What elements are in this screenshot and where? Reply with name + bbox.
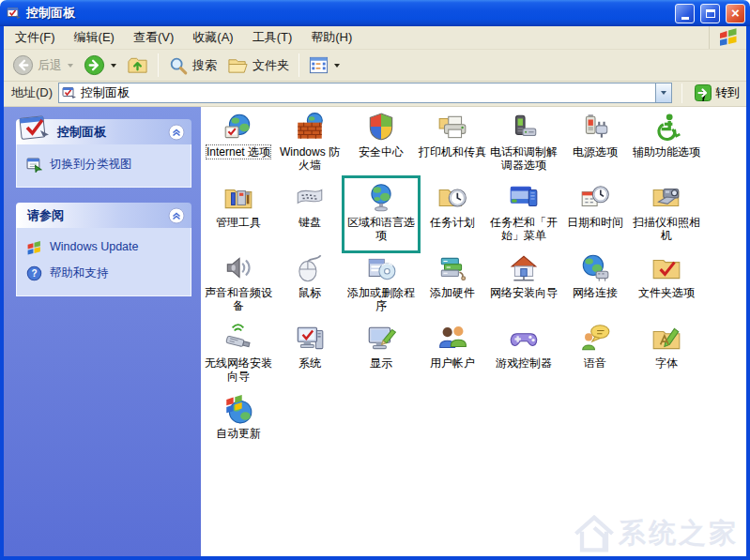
watermark: 系统之家 — [570, 513, 739, 554]
regional-language-icon — [365, 182, 397, 214]
address-input[interactable]: 控制面板 — [58, 83, 672, 103]
control-panel-item-label: 电话和调制解调器选项 — [489, 145, 559, 172]
control-panel-item[interactable]: 网络连接 — [559, 250, 631, 320]
scanners-cameras-icon — [651, 182, 682, 214]
sidebar-item[interactable]: 切换到分类视图 — [26, 152, 185, 177]
views-dropdown-icon — [334, 64, 340, 68]
control-panel-item[interactable]: 文件夹选项 — [631, 250, 702, 320]
back-label: 后退 — [38, 57, 62, 74]
control-panel-item[interactable]: 日期和时间 — [559, 179, 631, 250]
control-panel-item[interactable]: 键盘 — [274, 179, 345, 250]
control-panel-item-label: 字体 — [655, 356, 678, 370]
control-panel-item[interactable]: 任务计划 — [417, 179, 488, 250]
control-panel-item[interactable]: 游戏控制器 — [488, 320, 559, 390]
control-panel-item[interactable]: 系统 — [274, 320, 345, 390]
windows-logo-icon — [709, 26, 746, 49]
control-panel-item[interactable]: 鼠标 — [274, 250, 345, 320]
add-hardware-icon — [436, 252, 468, 284]
control-panel-item[interactable]: 安全中心 — [345, 109, 417, 179]
folders-button[interactable]: 文件夹 — [222, 53, 294, 78]
control-panel-item[interactable]: 打印机和传真 — [417, 109, 488, 179]
control-panel-item[interactable]: 电源选项 — [559, 109, 631, 179]
minimize-icon — [681, 17, 689, 20]
go-arrow-icon — [695, 84, 712, 101]
maximize-icon — [706, 9, 715, 18]
menu-items: 文件(F)编辑(E)查看(V)收藏(A)工具(T)帮助(H) — [6, 26, 361, 49]
sidebar-panel-header[interactable]: 控制面板 — [16, 119, 191, 144]
forward-button[interactable] — [79, 53, 121, 78]
control-panel-item-label: 任务计划 — [430, 216, 475, 229]
minimize-button[interactable] — [675, 4, 695, 23]
chevron-down-icon — [661, 91, 666, 95]
control-panel-item[interactable]: 电话和调制解调器选项 — [488, 109, 559, 179]
mouse-icon — [294, 252, 326, 284]
control-panel-item-label: 扫描仪和照相机 — [632, 216, 702, 242]
sidebar-panel: 请参阅Windows Update?帮助和支持 — [16, 203, 191, 296]
menu-item[interactable]: 编辑(E) — [65, 25, 124, 50]
control-panel-item[interactable]: 区域和语言选项 — [345, 179, 417, 250]
control-panel-item[interactable]: 显示 — [345, 320, 417, 390]
control-panel-item-label: 网络安装向导 — [490, 286, 558, 299]
control-panel-item[interactable]: 用户帐户 — [417, 320, 488, 390]
control-panel-item[interactable]: 网络安装向导 — [488, 250, 559, 320]
control-panel-item-label: 声音和音频设备 — [204, 286, 274, 312]
collapse-chevron-icon[interactable] — [168, 207, 185, 224]
user-accounts-icon — [436, 323, 468, 355]
control-panel-item[interactable]: 字体 — [631, 320, 702, 390]
internet-options-icon — [222, 112, 254, 144]
menu-item[interactable]: 工具(T) — [243, 25, 302, 50]
back-button[interactable]: 后退 — [8, 53, 78, 78]
go-button[interactable]: 转到 — [692, 84, 742, 101]
up-button[interactable] — [122, 53, 153, 78]
control-panel-item[interactable]: 扫描仪和照相机 — [631, 179, 702, 250]
collapse-chevron-icon[interactable] — [168, 124, 185, 141]
network-setup-wizard-icon — [508, 252, 540, 284]
maximize-button[interactable] — [700, 4, 720, 23]
control-panel-item[interactable]: 自动更新 — [203, 390, 274, 461]
folders-label: 文件夹 — [253, 57, 289, 74]
power-options-icon — [579, 112, 611, 144]
toolbar-separator — [158, 53, 159, 77]
menu-item[interactable]: 文件(F) — [6, 25, 65, 50]
control-panel-item[interactable]: Internet 选项 — [203, 109, 274, 179]
control-panel-item[interactable]: 声音和音频设备 — [203, 250, 274, 320]
control-panel-item[interactable]: Windows 防火墙 — [274, 109, 345, 179]
sidebar-panel-header[interactable]: 请参阅 — [16, 203, 191, 228]
sounds-audio-icon — [222, 252, 254, 284]
control-panel-item-label: 添加硬件 — [430, 286, 475, 299]
control-panel-item[interactable]: 添加硬件 — [417, 250, 488, 320]
control-panel-item-label: 辅助功能选项 — [633, 145, 700, 159]
control-panel-item[interactable]: 辅助功能选项 — [631, 109, 702, 179]
control-panel-item[interactable]: 任务栏和「开始」菜单 — [488, 179, 559, 250]
control-panel-item[interactable]: 无线网络安装向导 — [203, 320, 274, 390]
sidebar-item-label: 帮助和支持 — [50, 265, 109, 281]
folder-options-icon — [651, 252, 682, 284]
menu-item[interactable]: 查看(V) — [124, 25, 183, 50]
phone-modem-icon — [508, 112, 540, 144]
windows-flag-icon — [26, 240, 42, 256]
window-body: 文件(F)编辑(E)查看(V)收藏(A)工具(T)帮助(H) 后退 搜索 — [0, 26, 750, 556]
menu-item[interactable]: 收藏(A) — [183, 25, 242, 50]
add-remove-programs-icon — [365, 252, 397, 284]
views-button[interactable] — [304, 53, 344, 77]
search-button[interactable]: 搜索 — [163, 53, 222, 78]
sidebar-panel-title: 控制面板 — [57, 124, 106, 141]
sidebar-item[interactable]: ?帮助和支持 — [26, 261, 185, 286]
accessibility-icon — [651, 112, 682, 144]
menu-item[interactable]: 帮助(H) — [301, 25, 361, 50]
control-panel-item[interactable]: 管理工具 — [203, 179, 274, 250]
icon-grid: Internet 选项Windows 防火墙安全中心打印机和传真电话和调制解调器… — [201, 107, 746, 461]
address-dropdown-button[interactable] — [655, 83, 671, 102]
watermark-house-icon — [570, 513, 619, 554]
control-panel-item-label: 文件夹选项 — [638, 286, 695, 299]
sidebar-item[interactable]: Windows Update — [26, 235, 185, 261]
window-icon — [7, 6, 22, 21]
control-panel-item[interactable]: 语音 — [559, 320, 631, 390]
address-value: 控制面板 — [81, 84, 651, 101]
control-panel-item[interactable]: 添加或删除程序 — [345, 250, 417, 320]
views-icon — [309, 55, 329, 75]
sidebar-item-label: 切换到分类视图 — [50, 157, 132, 173]
title-bar[interactable]: 控制面板 × — [0, 0, 750, 26]
close-button[interactable]: × — [726, 4, 745, 23]
control-panel-item-label: 鼠标 — [298, 286, 321, 299]
